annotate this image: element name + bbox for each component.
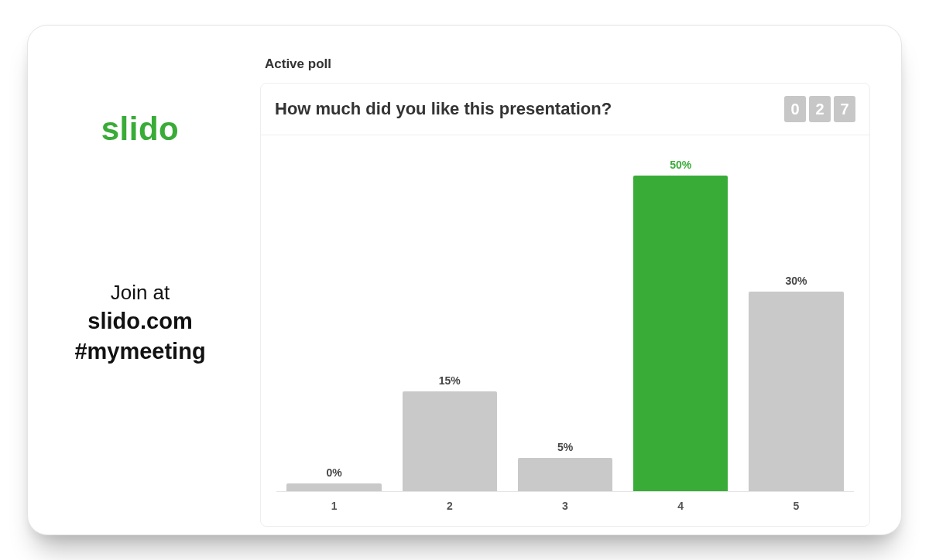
bar-value-label: 15% — [439, 374, 461, 387]
bar-top: 30% — [739, 159, 854, 491]
sidebar: slido Join at slido.com #mymeeting — [28, 26, 252, 534]
main-panel: Active poll How much did you like this p… — [252, 26, 901, 534]
poll-card-header: How much did you like this presentation?… — [261, 84, 869, 135]
bar — [286, 483, 381, 491]
join-line-2: slido.com — [74, 306, 205, 336]
bar-value-label: 0% — [326, 466, 341, 479]
bar — [518, 458, 612, 491]
bar-column: 5%3 — [507, 159, 622, 526]
bar-value-label: 5% — [557, 441, 573, 453]
join-instructions: Join at slido.com #mymeeting — [74, 279, 205, 367]
bar-column: 15%2 — [392, 159, 507, 526]
vote-counter: 0 2 7 — [784, 96, 855, 122]
bar-category-label: 4 — [623, 491, 739, 526]
slido-logo: slido — [101, 111, 180, 148]
bar-value-label: 30% — [785, 275, 807, 287]
poll-question: How much did you like this presentation? — [275, 99, 612, 119]
counter-digit: 0 — [784, 96, 806, 122]
bar-column: 30%5 — [739, 159, 854, 526]
join-line-1: Join at — [74, 279, 205, 306]
bar-category-label: 2 — [392, 491, 507, 526]
bar — [633, 176, 728, 491]
bar-column: 50%4 — [623, 159, 739, 526]
counter-digit: 2 — [809, 96, 831, 122]
bar-category-label: 5 — [739, 491, 854, 526]
bar-top: 5% — [507, 159, 622, 491]
join-line-3: #mymeeting — [74, 336, 205, 367]
bar — [749, 292, 843, 491]
bar — [403, 391, 497, 491]
bar-top: 15% — [392, 159, 507, 491]
bar-chart: 0%115%25%350%430%5 — [261, 135, 869, 526]
bar-category-label: 3 — [507, 491, 622, 526]
section-label: Active poll — [265, 56, 870, 72]
counter-digit: 7 — [834, 96, 855, 122]
poll-card: How much did you like this presentation?… — [260, 83, 870, 527]
bar-column: 0%1 — [276, 159, 392, 526]
bar-top: 0% — [276, 159, 392, 491]
bar-category-label: 1 — [276, 491, 392, 526]
presentation-frame: slido Join at slido.com #mymeeting Activ… — [27, 25, 902, 535]
bar-value-label: 50% — [670, 159, 691, 171]
bar-top: 50% — [623, 159, 739, 491]
